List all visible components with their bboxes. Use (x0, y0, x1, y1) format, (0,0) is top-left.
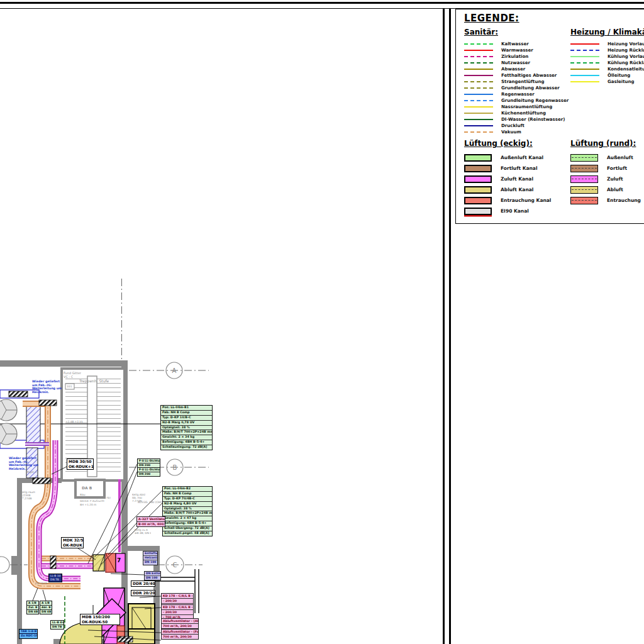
rigel-label: Rigel = (27, 470, 37, 474)
legend-section-lueftung-rund: Lüftung (rund): Außenluft Fortluft (570, 139, 644, 206)
legend-line-item: Kühlung Vorlauf (570, 53, 644, 60)
legend-title: LEGENDE: (464, 13, 519, 24)
section-title-lueftung-rund: Lüftung (rund): (570, 139, 644, 148)
note-line: BH +1.20 m (80, 503, 111, 506)
duct-swatch (464, 154, 492, 162)
line-sample (464, 100, 493, 101)
level-label: +2.48 +2.55 (65, 420, 83, 423)
line-label: Heizung Rücklauf (608, 48, 644, 53)
swatch-label: EI90 Kanal (501, 208, 529, 214)
section-title-lueftung-eckig: Lüftung (eckig): (464, 139, 571, 148)
tag-row: DN Entlüftung (145, 572, 160, 576)
duct-size-ddr1: DDR 20/40 (131, 580, 155, 587)
duct-tag-navy: LL-B 10DN 7B (48, 574, 62, 582)
line-label: Nassraumentlüftung (501, 104, 552, 109)
line-sample (570, 75, 599, 76)
legend-line-item: Grundleitung Abwasser (464, 85, 571, 91)
legend-line-item: Zirkulation (464, 53, 571, 60)
room-label-vc: VC - C (64, 375, 73, 379)
tag-row: F-0 LL-Dichtung B (138, 468, 160, 472)
legend-line-item: Gasleitung (570, 79, 644, 85)
duct-swatch (464, 197, 492, 204)
line-label: Küchenentlüftung (501, 111, 546, 116)
legend-line-item: Nutzwasser (464, 60, 571, 66)
dashdot-line (572, 168, 597, 169)
legend-swatch-item: Außenluft Kanal (464, 152, 571, 163)
note-line: Wieder geliefert (32, 380, 62, 384)
dashdot-line (572, 200, 597, 201)
room-note-c: Kellg AbstGb. Hai7.27dB (132, 493, 145, 503)
dashdot-line (572, 179, 597, 179)
legend-line-item: DI-Wasser (Reinstwasser) (464, 116, 571, 123)
legend-swatch-item: Entrauchung Kanal (464, 195, 571, 206)
spec-row: Befestigung: 4BH B-5-4+ (163, 521, 212, 526)
line-sample (570, 43, 599, 45)
grid-marker-a: A (172, 367, 177, 374)
ventilator-tag-a327: A-327 Ventilator 7B-00 m³/h, 400/7B0 (136, 516, 165, 527)
tag-row: Heizanlage (143, 556, 157, 560)
legend-line-item: Grundleitung Regenwasser (464, 97, 571, 104)
blue-note-1: Wieder geliefertum Fab.-IG:Weiterleitung… (32, 380, 62, 394)
spec-row: Maße: B/H/T 700×2P×24B mm (161, 430, 212, 435)
legend-swatch-item: EI90 Kanal (464, 206, 571, 216)
round-duct-swatch (570, 186, 598, 194)
legend-line-item: Kondensatleitung (570, 66, 644, 72)
spec-row: Fab: NH B Comp (161, 411, 212, 416)
legend-line-item: Kaltwasser (464, 41, 571, 47)
size-row: MDB 30/50 (67, 459, 93, 464)
tag-row: DN 7B (51, 625, 64, 629)
swatch-label: Entrauchung Kanal (501, 197, 551, 203)
spec-row: Typ: D-KP 70/4B-C (163, 497, 212, 502)
spec-row: Maße: B/H/T 700×2P×24B mm (163, 511, 212, 516)
line-label: Zirkulation (501, 54, 528, 59)
heizung-items: Heizung Vorlauf Heizung Rücklauf Kühlung… (570, 41, 644, 85)
legend-panel: LEGENDE: Sanitär: Kaltwasser Warmwasser (455, 9, 644, 224)
grid-marker-b: B (173, 464, 177, 471)
line-sample (464, 62, 493, 64)
legend-line-item: Heizung Rücklauf (570, 47, 644, 53)
line-label: Gasleitung (608, 79, 635, 84)
swatch-label: Entrauchung (607, 197, 641, 203)
line-label: Kaltwasser (501, 42, 529, 47)
lueftung-eckig-items: Außenluft Kanal Fortluft Kanal Zuluft Ka… (464, 152, 571, 216)
line-sample (464, 69, 493, 70)
size-row: OK-RDUK+10 (67, 464, 93, 469)
legend-line-item: Regenwasser (464, 91, 571, 97)
lavender-tag-2: DN EntlüftungDN 100 (144, 571, 161, 580)
line-sample (464, 50, 493, 51)
line-sample (464, 125, 493, 126)
legend-swatch-item: Abluft Kanal (464, 184, 571, 195)
drawing-sheet: A B C Fund Gitter VC - C Treppenh. Stufe… (0, 0, 644, 644)
line-sample (464, 131, 493, 133)
blue-tag: TAB 1-4-BZu RDC-10 (19, 629, 38, 639)
legend-line-item: Abwasser (464, 66, 571, 72)
note-line: Heizkreis. (9, 467, 38, 471)
note-line: Heizkreis. (32, 391, 62, 394)
stair-tag: 101 (67, 385, 72, 388)
line-label: Nutzwasser (501, 60, 530, 65)
tag-row: - 200/30 (162, 610, 193, 615)
note-line: Weiterleitung um (9, 464, 38, 467)
grid-marker-c: C (173, 562, 177, 569)
tag-row: DN 7B (49, 578, 62, 582)
spec-table-2: Pos: LL-04m-B2Fab: NH B CompTyp: D-KP 70… (162, 486, 213, 536)
tag-row: LL-B 4×B (51, 621, 64, 625)
tag-row: Entlüftung (143, 552, 157, 556)
duct-swatch (464, 208, 492, 215)
size-row: OK-RDUK (62, 543, 83, 548)
line-sample (464, 43, 493, 45)
legend-line-item: Heizung Vorlauf (570, 41, 644, 47)
line-sample (570, 62, 599, 64)
swatch-label: Zuluft Kanal (501, 176, 533, 182)
spec-row: Gewicht: 2 × 47 kg (163, 516, 212, 521)
section-title-heizung: Heizung / Klimakälte: (570, 28, 644, 36)
legend-swatch-item: Außenluft (570, 152, 644, 163)
legend-swatch-item: Fortluft Kanal (464, 163, 571, 174)
duct-tag-green-a: F-0 LL-Dichtung BDN 200 (137, 458, 160, 468)
tag-row: Abl. B (40, 606, 52, 610)
legend-swatch-item: Abluft (570, 184, 644, 195)
lavender-tag-1: EntlüftungHeizanlageDN 100 (143, 551, 158, 565)
line-label: Druckluft (501, 123, 525, 128)
duct-tag-green-b: F-0 LL-Dichtung BDN 200 (137, 467, 160, 477)
size-row: MDB 150/200 (80, 614, 119, 619)
